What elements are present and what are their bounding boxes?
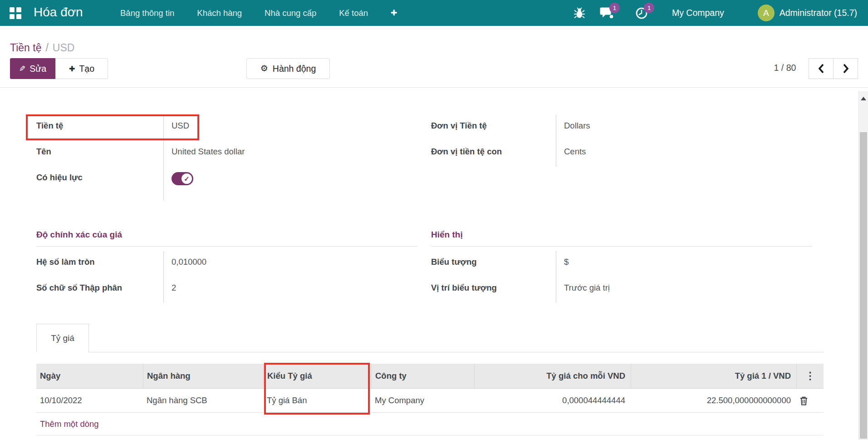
app-name[interactable]: Hóa đơn bbox=[34, 5, 83, 20]
company-switcher[interactable]: My Company bbox=[672, 8, 724, 18]
vertical-scrollbar bbox=[858, 91, 868, 440]
field-row-symbol: Biểu tượng $ bbox=[431, 251, 812, 277]
pager bbox=[809, 58, 858, 79]
apps-square bbox=[10, 7, 15, 12]
name-label: Tên bbox=[36, 141, 163, 167]
section-price-accuracy: Độ chính xác của giá Hệ số làm tròn 0,01… bbox=[36, 230, 417, 303]
symbol-label: Biểu tượng bbox=[431, 251, 556, 277]
column-options-button[interactable]: ⋮ bbox=[796, 364, 824, 388]
currency-label: Tiền tệ bbox=[36, 115, 163, 141]
rate-table-row[interactable]: 10/10/2022 Ngân hàng SCB Tỷ giá Bán My C… bbox=[36, 389, 824, 413]
active-toggle[interactable]: ✓ bbox=[172, 172, 193, 185]
cell-company: My Company bbox=[371, 396, 474, 405]
rounding-label: Hệ số làm tròn bbox=[36, 251, 163, 277]
scrollbar-thumb[interactable] bbox=[860, 132, 867, 439]
section-display: Hiển thị Biểu tượng $ Vị trí biểu tượng … bbox=[431, 230, 812, 303]
create-button-label: Tạo bbox=[79, 64, 94, 74]
chevron-right-icon bbox=[843, 64, 849, 74]
chevron-left-icon bbox=[818, 64, 824, 74]
name-value: United States dollar bbox=[163, 141, 345, 167]
menu-item-dashboard[interactable]: Bảng thông tin bbox=[109, 0, 186, 26]
apps-menu-icon[interactable] bbox=[10, 7, 21, 19]
rates-table: Ngày Ngân hàng Kiểu Tỷ giá Công ty Tỷ gi… bbox=[36, 364, 824, 435]
symbol-value: $ bbox=[556, 251, 812, 277]
toggle-knob: ✓ bbox=[181, 173, 192, 184]
field-row-symbol-position: Vị trí biểu tượng Trước giá trị bbox=[431, 277, 812, 303]
add-line-link[interactable]: Thêm một dòng bbox=[36, 413, 824, 435]
header-rate-inverse[interactable]: Tỷ giá 1 / VND bbox=[631, 364, 796, 388]
plus-menu-icon[interactable]: ✚ bbox=[379, 0, 408, 26]
pencil-icon: ✎ bbox=[19, 64, 25, 74]
main-menu: Bảng thông tin Khách hàng Nhà cung cấp K… bbox=[109, 0, 408, 26]
cell-bank: Ngân hàng SCB bbox=[143, 396, 263, 405]
field-row-active: Có hiệu lực ✓ bbox=[36, 167, 345, 201]
header-rate-type[interactable]: Kiểu Tỷ giá bbox=[263, 364, 371, 388]
field-row-rounding: Hệ số làm tròn 0,010000 bbox=[36, 251, 417, 277]
active-label: Có hiệu lực bbox=[36, 167, 163, 201]
field-row-subunit: Đơn vị tiền tệ con Cents bbox=[431, 141, 740, 167]
trash-icon bbox=[799, 396, 808, 405]
field-row-currency: Tiền tệ USD bbox=[36, 115, 345, 141]
kebab-menu-icon: ⋮ bbox=[805, 370, 815, 382]
cell-date: 10/10/2022 bbox=[36, 396, 143, 405]
header-date[interactable]: Ngày bbox=[36, 364, 143, 388]
unit-value: Dollars bbox=[556, 115, 740, 141]
tab-rates[interactable]: Tỷ giá bbox=[36, 324, 89, 352]
gear-icon: ⚙ bbox=[260, 63, 268, 74]
currency-value: USD bbox=[163, 115, 345, 141]
symbol-position-label: Vị trí biểu tượng bbox=[431, 277, 556, 303]
cell-rate-inverse: 22.500,000000000000 bbox=[631, 396, 796, 405]
section-title-display: Hiển thị bbox=[431, 230, 812, 247]
symbol-position-value: Trước giá trị bbox=[556, 277, 812, 303]
pager-next-button[interactable] bbox=[833, 58, 858, 79]
action-menu-button[interactable]: ⚙ Hành động bbox=[246, 58, 330, 79]
user-menu[interactable]: Administrator (15.7) bbox=[780, 8, 857, 18]
bug-icon bbox=[574, 7, 585, 19]
action-button-label: Hành động bbox=[273, 64, 316, 74]
rounding-value: 0,010000 bbox=[163, 251, 417, 277]
messages-menu[interactable]: 1 bbox=[600, 7, 613, 19]
cell-rate-per-vnd: 0,000044444444 bbox=[474, 396, 631, 405]
avatar[interactable]: A bbox=[758, 5, 775, 21]
header-company[interactable]: Công ty bbox=[371, 364, 474, 388]
header-rate-per-vnd[interactable]: Tỷ giá cho mỗi VND bbox=[474, 364, 631, 388]
breadcrumb-parent[interactable]: Tiền tệ bbox=[10, 42, 41, 54]
field-row-unit: Đơn vị Tiền tệ Dollars bbox=[431, 115, 740, 141]
create-button[interactable]: ✚ Tạo bbox=[55, 58, 108, 79]
breadcrumb-separator: / bbox=[45, 42, 48, 54]
pager-previous-button[interactable] bbox=[809, 58, 834, 79]
top-navbar: Hóa đơn Bảng thông tin Khách hàng Nhà cu… bbox=[0, 0, 868, 26]
check-icon: ✓ bbox=[184, 175, 190, 183]
plus-icon: ✚ bbox=[69, 64, 75, 73]
scroll-up-arrow-icon[interactable] bbox=[861, 97, 866, 100]
rates-table-header: Ngày Ngân hàng Kiểu Tỷ giá Công ty Tỷ gi… bbox=[36, 364, 824, 389]
subunit-label: Đơn vị tiền tệ con bbox=[431, 141, 556, 167]
activities-menu[interactable]: 1 bbox=[635, 7, 648, 20]
apps-square bbox=[16, 7, 21, 12]
unit-label: Đơn vị Tiền tệ bbox=[431, 115, 556, 141]
menu-item-customers[interactable]: Khách hàng bbox=[186, 0, 253, 26]
group-units: Đơn vị Tiền tệ Dollars Đơn vị tiền tệ co… bbox=[431, 115, 740, 167]
edit-button-label: Sửa bbox=[29, 64, 46, 74]
debug-bug-icon[interactable] bbox=[574, 7, 585, 19]
header-bank[interactable]: Ngân hàng bbox=[143, 364, 263, 388]
pager-value: 1 / 80 bbox=[766, 63, 804, 73]
notebook-border bbox=[36, 352, 824, 352]
subunit-value: Cents bbox=[556, 141, 740, 167]
edit-button[interactable]: ✎ Sửa bbox=[10, 58, 55, 79]
menu-item-accounting[interactable]: Kế toán bbox=[328, 0, 379, 26]
apps-square bbox=[10, 14, 15, 19]
breadcrumb: Tiền tệ/USD bbox=[10, 42, 74, 54]
cell-rate-type: Tỷ giá Bán bbox=[263, 396, 371, 405]
field-row-name: Tên United States dollar bbox=[36, 141, 345, 167]
menu-item-vendors[interactable]: Nhà cung cấp bbox=[253, 0, 328, 26]
form-sheet: Tiền tệ USD Tên United States dollar Có … bbox=[0, 87, 868, 440]
delete-row-button[interactable] bbox=[799, 396, 808, 405]
active-value: ✓ bbox=[163, 167, 345, 201]
section-title-price-accuracy: Độ chính xác của giá bbox=[36, 230, 417, 247]
decimals-value: 2 bbox=[163, 277, 417, 303]
field-row-decimals: Số chữ số Thập phân 2 bbox=[36, 277, 417, 303]
group-currency: Tiền tệ USD Tên United States dollar Có … bbox=[36, 115, 345, 201]
messages-badge: 1 bbox=[609, 3, 620, 13]
activities-badge: 1 bbox=[644, 3, 654, 13]
